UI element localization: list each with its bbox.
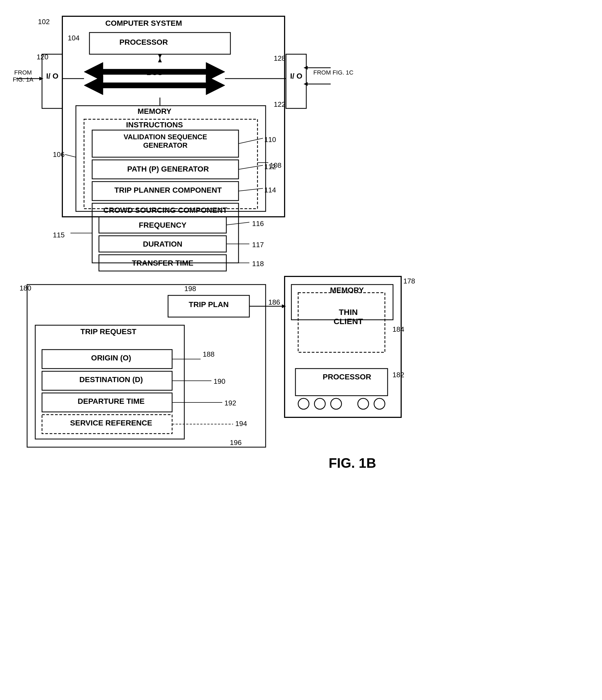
instructions-label: INSTRUCTIONS — [122, 121, 187, 129]
ref-180: 180 — [20, 284, 31, 293]
fig-label: FIG. 1B — [312, 455, 393, 471]
arrows-svg — [0, 0, 602, 700]
svg-point-48 — [374, 398, 385, 409]
svg-point-45 — [315, 398, 325, 409]
trip-request-label: TRIP REQUEST — [54, 327, 162, 336]
service-reference-label: SERVICE REFERENCE — [54, 419, 168, 427]
io-right-label: I/ O — [287, 72, 306, 80]
ref-178: 178 — [403, 277, 415, 285]
ref-184: 184 — [393, 325, 404, 333]
ref-192: 192 — [224, 399, 236, 407]
ref-186: 186 — [268, 298, 280, 306]
ref-116: 116 — [252, 220, 264, 228]
ref-104: 104 — [68, 34, 79, 42]
diagram: 102 COMPUTER SYSTEM 104 PROCESSOR 128 12… — [0, 0, 602, 700]
ref-196: 196 — [230, 439, 242, 447]
svg-point-47 — [358, 398, 369, 409]
svg-marker-3 — [84, 76, 225, 95]
computer-system-label: COMPUTER SYSTEM — [103, 19, 184, 28]
ref-117: 117 — [252, 241, 264, 249]
from-fig1c-label: FROM FIG. 1C — [309, 69, 358, 76]
frequency-label: FREQUENCY — [106, 221, 220, 229]
ref-128: 128 — [274, 54, 285, 62]
ref-118: 118 — [252, 259, 264, 268]
crowd-sourcing-label: CROWD SOURCING COMPONENT — [98, 206, 233, 215]
svg-marker-6 — [158, 54, 162, 58]
ref-120: 120 — [36, 53, 48, 61]
svg-point-44 — [298, 398, 309, 409]
io-left-label: I/ O — [43, 72, 62, 80]
svg-marker-23 — [304, 66, 308, 70]
svg-marker-25 — [304, 82, 308, 86]
transfer-time-label: TRANSFER TIME — [106, 259, 220, 268]
duration-label: DURATION — [106, 240, 220, 249]
svg-line-53 — [226, 222, 249, 225]
svg-line-50 — [239, 165, 263, 169]
memory2-label: MEMORY — [312, 286, 382, 295]
ref-194: 194 — [235, 420, 247, 428]
ref-115: 115 — [53, 231, 65, 239]
ref-190: 190 — [214, 377, 225, 385]
origin-label: ORIGIN (O) — [54, 354, 168, 362]
ref-182: 182 — [393, 371, 404, 379]
from-fig1a-label: FROM FIG. 1A — [8, 69, 38, 83]
thin-client-label: THINCLIENT — [313, 307, 383, 326]
memory-label: MEMORY — [122, 107, 187, 116]
trip-planner-label: TRIP PLANNER COMPONENT — [100, 186, 236, 195]
ref-112: 112 — [264, 162, 276, 171]
validation-seq-label: VALIDATION SEQUENCEGENERATOR — [98, 133, 233, 150]
svg-marker-29 — [282, 304, 286, 308]
ref-106: 106 — [53, 150, 65, 159]
svg-line-57 — [65, 154, 76, 157]
ref-122: 122 — [274, 100, 285, 109]
svg-rect-16 — [42, 54, 62, 108]
destination-label: DESTINATION (D) — [54, 375, 168, 384]
path-generator-label: PATH (P) GENERATOR — [100, 165, 236, 173]
ref-102: 102 — [38, 18, 50, 26]
processor2-label: PROCESSOR — [312, 373, 382, 381]
ref-198: 198 — [184, 284, 196, 293]
ref-114: 114 — [264, 186, 276, 194]
svg-line-51 — [239, 189, 263, 191]
svg-rect-40 — [284, 276, 401, 417]
trip-plan-label: TRIP PLAN — [173, 300, 244, 309]
svg-rect-17 — [286, 54, 306, 108]
ref-110: 110 — [264, 135, 276, 144]
svg-marker-5 — [158, 58, 162, 62]
departure-time-label: DEPARTURE TIME — [54, 397, 168, 406]
svg-line-49 — [239, 138, 263, 144]
svg-point-46 — [331, 398, 342, 409]
ref-188: 188 — [203, 350, 215, 358]
processor-label: PROCESSOR — [103, 38, 184, 47]
bus-label: BUS — [138, 68, 171, 77]
